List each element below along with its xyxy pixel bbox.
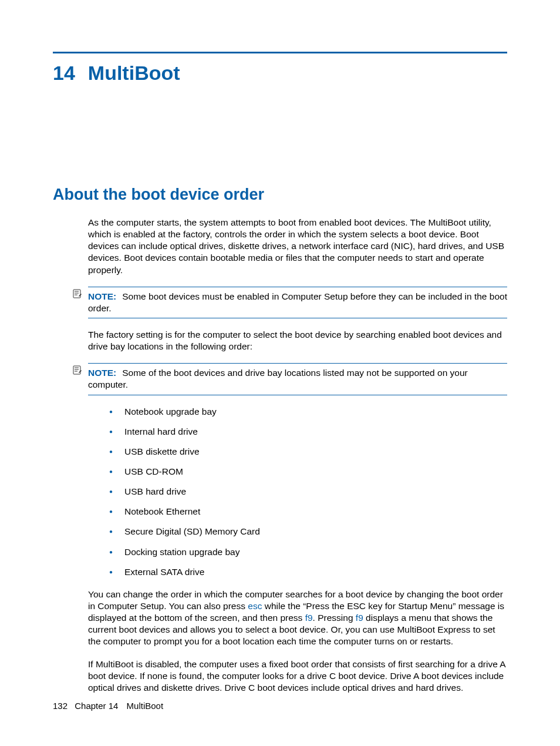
svg-rect-4 [73,366,80,374]
note-text: Some of the boot devices and drive bay l… [88,368,468,389]
note-icon [73,289,82,300]
svg-rect-0 [73,290,80,298]
f9-key: f9 [356,613,363,623]
footer-chapter-title: MultiBoot [127,701,164,711]
disabled-paragraph: If MultiBoot is disabled, the computer u… [88,658,507,694]
change-order-paragraph: You can change the order in which the co… [88,589,507,648]
list-item: Notebook Ethernet [109,506,507,518]
list-item: Notebook upgrade bay [109,406,507,418]
note-label: NOTE: [88,368,116,378]
f9-key: f9 [305,613,313,623]
top-rule [53,52,507,53]
page-number: 132 [53,701,68,711]
footer-chapter-label: Chapter 14 [75,701,118,711]
note-1: NOTE:Some boot devices must be enabled i… [88,287,507,318]
chapter-heading: 14MultiBoot [53,62,507,85]
factory-paragraph: The factory setting is for the computer … [88,329,507,352]
note-text: Some boot devices must be enabled in Com… [88,291,507,313]
chapter-title: MultiBoot [88,62,180,84]
note-label: NOTE: [88,291,116,301]
list-item: USB hard drive [109,486,507,498]
page-footer: 132 Chapter 14 MultiBoot [53,701,163,711]
list-item: External SATA drive [109,566,507,578]
list-item: Internal hard drive [109,426,507,438]
p3-seg3: . Pressing [313,613,356,623]
chapter-number: 14 [53,62,75,85]
list-item: USB diskette drive [109,446,507,458]
note-2: NOTE:Some of the boot devices and drive … [88,363,507,395]
list-item: Secure Digital (SD) Memory Card [109,526,507,537]
list-item: Docking station upgrade bay [109,546,507,558]
intro-paragraph: As the computer starts, the system attem… [88,217,507,276]
esc-key: esc [248,601,262,611]
boot-order-list: Notebook upgrade bay Internal hard drive… [109,406,507,578]
list-item: USB CD-ROM [109,466,507,478]
note-icon [73,365,82,377]
section-heading: About the boot device order [53,186,507,204]
